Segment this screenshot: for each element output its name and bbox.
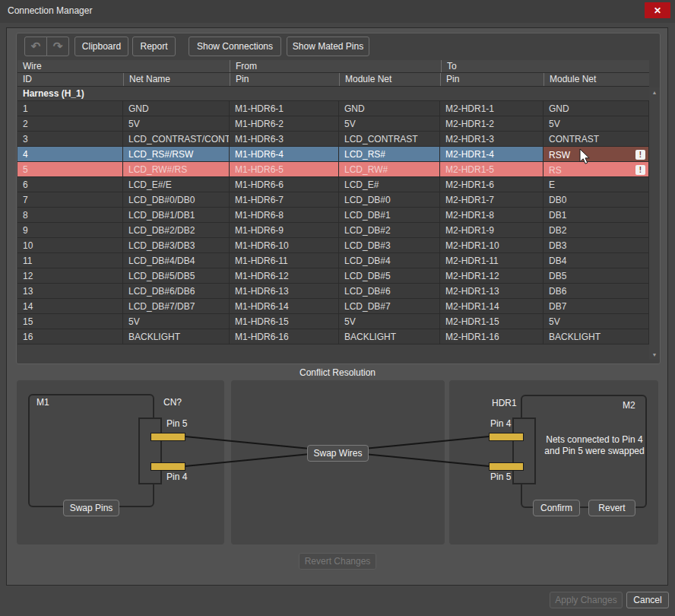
cell-to_pin[interactable]: M2-HDR1-15 <box>440 314 543 329</box>
cell-from_pin[interactable]: M1-HDR6-5 <box>230 162 339 176</box>
col-header-to-pin[interactable]: Pin <box>440 73 543 86</box>
cell-net[interactable]: LCD_RS#/RSW <box>123 147 230 161</box>
cell-to_pin[interactable]: M2-HDR1-6 <box>440 177 543 192</box>
cell-id[interactable]: 7 <box>17 192 123 207</box>
cell-from_pin[interactable]: M1-HDR6-4 <box>230 147 339 161</box>
group-header-to[interactable]: To <box>441 60 649 72</box>
cell-to_pin[interactable]: M2-HDR1-4 <box>440 147 543 161</box>
table-row[interactable]: 14LCD_DB#7/DB7M1-HDR6-14LCD_DB#7M2-HDR1-… <box>17 299 649 314</box>
cell-to_pin[interactable]: M2-HDR1-12 <box>440 268 543 283</box>
scroll-up-button[interactable]: ▲ <box>649 87 660 97</box>
cell-id[interactable]: 13 <box>17 284 123 298</box>
clipboard-button[interactable]: Clipboard <box>74 37 128 56</box>
cell-to_net[interactable]: CONTRAST <box>543 132 649 146</box>
cell-from_pin[interactable]: M1-HDR6-11 <box>230 253 339 268</box>
cell-from_pin[interactable]: M1-HDR6-16 <box>230 329 339 344</box>
cell-id[interactable]: 11 <box>17 253 123 268</box>
cell-from_pin[interactable]: M1-HDR6-2 <box>230 116 339 131</box>
cell-to_net[interactable]: 5V <box>543 116 649 131</box>
cell-id[interactable]: 1 <box>17 101 123 116</box>
col-header-id[interactable]: ID <box>17 73 123 86</box>
m1-pin5[interactable] <box>151 433 185 441</box>
table-row[interactable]: 3LCD_CONTRAST/CONTR...M1-HDR6-3LCD_CONTR… <box>17 132 649 147</box>
cell-to_pin[interactable]: M2-HDR1-14 <box>440 299 543 313</box>
revert-changes-button[interactable]: Revert Changes <box>299 553 376 570</box>
cell-from_net[interactable]: LCD_DB#4 <box>339 253 440 268</box>
table-row[interactable]: 9LCD_DB#2/DB2M1-HDR6-9LCD_DB#2M2-HDR1-9D… <box>17 223 649 238</box>
table-row[interactable]: 8LCD_DB#1/DB1M1-HDR6-8LCD_DB#1M2-HDR1-8D… <box>17 208 649 223</box>
cell-from_pin[interactable]: M1-HDR6-12 <box>230 268 339 283</box>
cell-to_pin[interactable]: M2-HDR1-13 <box>440 284 543 298</box>
table-row[interactable]: 155VM1-HDR6-155VM2-HDR1-155V <box>17 314 649 329</box>
cell-to_net[interactable]: DB7 <box>543 299 649 313</box>
cell-from_net[interactable]: LCD_RS# <box>339 147 440 161</box>
cell-from_net[interactable]: LCD_E# <box>339 177 440 192</box>
redo-button[interactable]: ↷ <box>46 37 69 56</box>
cell-net[interactable]: LCD_DB#4/DB4 <box>123 253 230 268</box>
cell-from_net[interactable]: LCD_DB#1 <box>339 208 440 222</box>
cell-from_pin[interactable]: M1-HDR6-6 <box>230 177 339 192</box>
cell-net[interactable]: 5V <box>123 116 230 131</box>
cell-from_net[interactable]: LCD_DB#6 <box>339 284 440 298</box>
cell-to_pin[interactable]: M2-HDR1-16 <box>440 329 543 344</box>
cell-id[interactable]: 3 <box>17 132 123 146</box>
revert-button[interactable]: Revert <box>588 500 635 516</box>
cell-to_net[interactable]: BACKLIGHT <box>543 329 649 344</box>
cell-net[interactable]: LCD_DB#1/DB1 <box>123 208 230 222</box>
cell-id[interactable]: 10 <box>17 238 123 252</box>
cell-net[interactable]: LCD_DB#5/DB5 <box>123 268 230 283</box>
cell-from_net[interactable]: LCD_DB#3 <box>339 238 440 252</box>
table-row[interactable]: 12LCD_DB#5/DB5M1-HDR6-12LCD_DB#5M2-HDR1-… <box>17 268 649 284</box>
cell-from_net[interactable]: 5V <box>339 314 440 329</box>
cell-from_net[interactable]: LCD_DB#0 <box>339 192 440 207</box>
cell-id[interactable]: 5 <box>17 162 123 176</box>
cell-from_pin[interactable]: M1-HDR6-13 <box>230 284 339 298</box>
table-row[interactable]: 10LCD_DB#3/DB3M1-HDR6-10LCD_DB#3M2-HDR1-… <box>17 238 649 253</box>
cell-from_pin[interactable]: M1-HDR6-14 <box>230 299 339 313</box>
cell-to_net[interactable]: DB4 <box>543 253 649 268</box>
cell-from_pin[interactable]: M1-HDR6-1 <box>230 101 339 116</box>
cell-from_net[interactable]: LCD_DB#5 <box>339 268 440 283</box>
cell-from_pin[interactable]: M1-HDR6-15 <box>230 314 339 329</box>
col-header-from-module-net[interactable]: Module Net <box>339 73 440 86</box>
cell-net[interactable]: LCD_DB#0/DB0 <box>123 192 230 207</box>
cell-to_pin[interactable]: M2-HDR1-10 <box>440 238 543 252</box>
cell-to_net[interactable]: DB3 <box>543 238 649 252</box>
cell-to_pin[interactable]: M2-HDR1-8 <box>440 208 543 222</box>
apply-changes-button[interactable]: Apply Changes <box>550 592 623 608</box>
cell-from_pin[interactable]: M1-HDR6-7 <box>230 192 339 207</box>
cell-to_pin[interactable]: M2-HDR1-7 <box>440 192 543 207</box>
cell-from_pin[interactable]: M1-HDR6-3 <box>230 132 339 146</box>
cell-to_net[interactable]: 5V <box>543 314 649 329</box>
cell-id[interactable]: 14 <box>17 299 123 313</box>
undo-button[interactable]: ↶ <box>24 37 47 56</box>
cell-to_pin[interactable]: M2-HDR1-3 <box>440 132 543 146</box>
cell-from_net[interactable]: GND <box>339 101 440 116</box>
cell-to_net[interactable]: RSW! <box>543 147 649 161</box>
table-row[interactable]: 4LCD_RS#/RSWM1-HDR6-4LCD_RS#M2-HDR1-4RSW… <box>17 147 649 162</box>
table-row[interactable]: 13LCD_DB#6/DB6M1-HDR6-13LCD_DB#6M2-HDR1-… <box>17 284 649 299</box>
col-header-from-pin[interactable]: Pin <box>230 73 339 86</box>
cell-from_net[interactable]: LCD_CONTRAST <box>339 132 440 146</box>
cell-net[interactable]: GND <box>123 101 230 116</box>
table-row[interactable]: 6LCD_E#/EM1-HDR6-6LCD_E#M2-HDR1-6E <box>17 177 649 192</box>
scroll-down-button[interactable]: ▼ <box>649 350 660 360</box>
show-connections-button[interactable]: Show Connections <box>189 37 281 56</box>
m2-pin4[interactable] <box>489 433 524 441</box>
cell-id[interactable]: 16 <box>17 329 123 344</box>
table-row[interactable]: 25VM1-HDR6-25VM2-HDR1-25V <box>17 116 649 132</box>
cell-to_net[interactable]: RS! <box>543 162 649 176</box>
table-row[interactable]: 1GNDM1-HDR6-1GNDM2-HDR1-1GND <box>17 101 649 116</box>
cell-from_net[interactable]: LCD_DB#7 <box>339 299 440 313</box>
cell-net[interactable]: 5V <box>123 314 230 329</box>
cell-to_pin[interactable]: M2-HDR1-1 <box>440 101 543 116</box>
cell-to_pin[interactable]: M2-HDR1-5 <box>440 162 543 176</box>
cell-from_pin[interactable]: M1-HDR6-10 <box>230 238 339 252</box>
cell-to_net[interactable]: DB2 <box>543 223 649 237</box>
col-header-net-name[interactable]: Net Name <box>123 73 230 86</box>
cell-net[interactable]: LCD_CONTRAST/CONTR... <box>123 132 230 146</box>
cell-from_pin[interactable]: M1-HDR6-9 <box>230 223 339 237</box>
table-row[interactable]: 7LCD_DB#0/DB0M1-HDR6-7LCD_DB#0M2-HDR1-7D… <box>17 192 649 208</box>
cell-net[interactable]: LCD_DB#3/DB3 <box>123 238 230 252</box>
cell-from_net[interactable]: BACKLIGHT <box>339 329 440 344</box>
